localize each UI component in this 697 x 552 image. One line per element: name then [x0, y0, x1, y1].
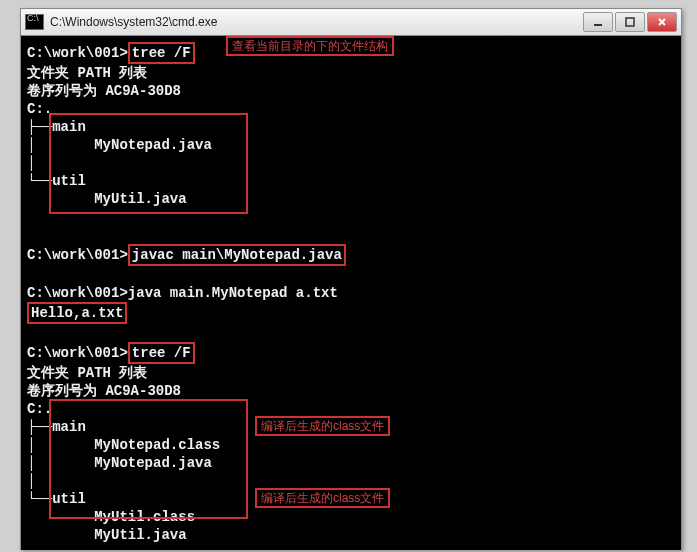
- cmd-javac: javac main\MyNotepad.java: [128, 244, 346, 266]
- tree2-box: [49, 399, 248, 519]
- cmd-window: C:\ C:\Windows\system32\cmd.exe C:\work\…: [20, 8, 682, 550]
- close-button[interactable]: [647, 12, 677, 32]
- serial-line: 卷序列号为 AC9A-30D8: [27, 82, 675, 100]
- prompt: C:\work\001>: [27, 345, 128, 361]
- tree1-box: [49, 113, 248, 214]
- prompt: C:\work\001>: [27, 45, 128, 61]
- serial-line: 卷序列号为 AC9A-30D8: [27, 382, 675, 400]
- minimize-button[interactable]: [583, 12, 613, 32]
- cmd-icon: C:\: [25, 14, 44, 30]
- prompt: C:\work\001>: [27, 285, 128, 301]
- window-title: C:\Windows\system32\cmd.exe: [50, 15, 583, 29]
- path-listing-label: 文件夹 PATH 列表: [27, 64, 675, 82]
- output-hello: Hello,a.txt: [27, 302, 127, 324]
- cmd-java: java main.MyNotepad a.txt: [128, 285, 338, 301]
- annotation-class-2: 编译后生成的class文件: [255, 488, 390, 508]
- svg-rect-1: [626, 18, 634, 26]
- terminal-body[interactable]: C:\work\001>tree /F 文件夹 PATH 列表 卷序列号为 AC…: [21, 36, 681, 550]
- annotation-class-1: 编译后生成的class文件: [255, 416, 390, 436]
- annotation-tree-desc: 查看当前目录的下的文件结构: [226, 36, 394, 56]
- cmd-tree-2: tree /F: [128, 342, 195, 364]
- titlebar[interactable]: C:\ C:\Windows\system32\cmd.exe: [21, 9, 681, 36]
- prompt-line: C:\work\001>tree /F: [27, 342, 675, 364]
- prompt-line: C:\work\001>java main.MyNotepad a.txt: [27, 284, 675, 302]
- path-listing-label: 文件夹 PATH 列表: [27, 364, 675, 382]
- window-controls: [583, 12, 677, 32]
- maximize-button[interactable]: [615, 12, 645, 32]
- cmd-tree-1: tree /F: [128, 42, 195, 64]
- tree2-util-file2: MyUtil.java: [27, 526, 675, 544]
- prompt-line: C:\work\001>javac main\MyNotepad.java: [27, 244, 675, 266]
- prompt: C:\work\001>: [27, 247, 128, 263]
